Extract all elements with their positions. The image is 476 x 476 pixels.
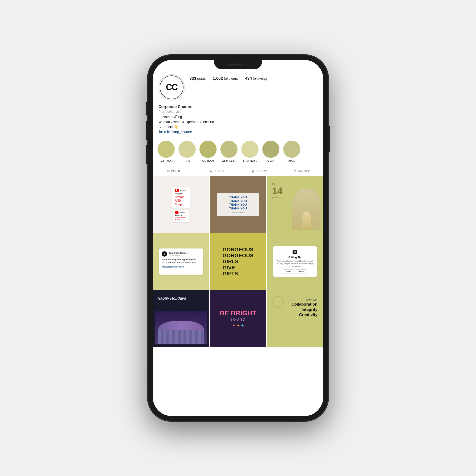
be-bright-line2: SOUND bbox=[220, 318, 256, 321]
collab-inclusion: Inclusion bbox=[291, 298, 318, 302]
power-button bbox=[328, 126, 330, 152]
highlight-item[interactable]: WHM Quo... bbox=[221, 141, 238, 162]
gifting-body: Think about the top 5 variables of a pro… bbox=[276, 260, 314, 268]
grid-post-2[interactable]: THANK YOUTHANK YOUTHANK YOUTHANK YOU USE… bbox=[210, 176, 266, 233]
bio-link[interactable]: linkin.bio/corp_couture bbox=[158, 130, 192, 134]
tab-tagged-label: TAGGED bbox=[298, 170, 310, 173]
posts-stat: 333 posts bbox=[189, 76, 206, 81]
grid-post-9[interactable]: Inclusion Collaboration Integrity Creati… bbox=[267, 290, 323, 347]
collab-line3: Integrity bbox=[291, 307, 318, 312]
highlight-circle bbox=[178, 141, 196, 158]
grid-post-8[interactable]: BE BRIGHT SOUND bbox=[210, 290, 266, 347]
followers-stat[interactable]: 1,002 followers bbox=[213, 76, 238, 81]
highlight-label: BHM VEN... bbox=[243, 159, 257, 162]
post1-title: HolidayStreamAND Shop bbox=[175, 192, 187, 206]
speaker bbox=[227, 64, 243, 66]
grid-post-5[interactable]: GORGEOUS GORGEOUS GIRLS GIVE GIFTS. bbox=[210, 233, 266, 290]
bio-line1: Elevated Gifting. bbox=[158, 115, 183, 119]
cc-card-name: Corporate Couture bbox=[169, 252, 187, 254]
anniv-number: 14 bbox=[272, 186, 283, 196]
gifting-btn1[interactable]: Great! bbox=[283, 270, 293, 273]
gifting-logo: CC bbox=[276, 250, 314, 255]
collab-line2: Collaboration bbox=[291, 302, 318, 307]
gorgeous-line1: GORGEOUS bbox=[222, 247, 254, 253]
tagged-icon: ⊕ bbox=[293, 169, 296, 173]
be-bright-line1: BE BRIGHT bbox=[220, 310, 256, 317]
following-label: following bbox=[253, 76, 267, 81]
gifting-btn2[interactable]: Thanks! bbox=[295, 270, 307, 273]
usertesting-badge: USERTESTING bbox=[219, 212, 257, 214]
highlight-circle bbox=[262, 141, 279, 158]
volume-up-button bbox=[146, 121, 148, 140]
posts-icon: ⊞ bbox=[167, 169, 170, 173]
volume-down-button bbox=[146, 145, 148, 164]
avatar[interactable]: CC bbox=[158, 74, 185, 101]
bio-line3: Start here 👇 bbox=[158, 125, 178, 129]
tab-tagged[interactable]: ⊕ TAGGED bbox=[281, 166, 323, 176]
highlight-circle bbox=[157, 141, 175, 158]
content-tabs: ⊞ POSTS ▶ REELS ◉ VIDEOS ⊕ TAGGED bbox=[153, 166, 323, 176]
like-icon: ♡ bbox=[197, 268, 200, 272]
grid-post-1[interactable]: YouTube HolidayStreamAND Shop YouTube bbox=[153, 176, 209, 233]
highlight-label: TIPS bbox=[184, 159, 190, 162]
cc-card-header: C Corporate Couture @corp_couture bbox=[162, 251, 200, 256]
grid-post-6[interactable]: CC Gifting Tip Think about the top 5 var… bbox=[267, 233, 323, 290]
gorgeous-line4: GIVE bbox=[222, 265, 235, 271]
front-camera bbox=[246, 63, 249, 66]
highlight-label: CC TEAM bbox=[202, 159, 214, 162]
gifting-buttons: Great! Thanks! bbox=[276, 270, 314, 273]
phone-mockup: CC 333 posts 1,002 followers 434 bbox=[148, 55, 328, 421]
tab-reels-label: REELS bbox=[214, 170, 224, 173]
following-count: 434 bbox=[245, 76, 252, 81]
happy-holidays-text: Happy Holidays bbox=[157, 296, 186, 301]
grid-post-3[interactable]: for 14 years! bbox=[267, 176, 323, 233]
highlight-label: TESTIMO... bbox=[159, 159, 173, 162]
thankyou-box: THANK YOUTHANK YOUTHANK YOUTHANK YOU USE… bbox=[217, 193, 259, 216]
highlight-circle bbox=[241, 141, 258, 158]
youtube-label: YouTube bbox=[180, 189, 187, 191]
notch bbox=[214, 60, 262, 69]
reels-icon: ▶ bbox=[210, 169, 212, 173]
following-stat[interactable]: 434 following bbox=[245, 76, 267, 81]
bio-text: Elevated Gifting. Woman Owned & Operated… bbox=[158, 115, 318, 135]
grid-post-4[interactable]: C Corporate Couture @corp_couture We're … bbox=[153, 233, 209, 290]
tab-reels[interactable]: ▶ REELS bbox=[195, 166, 238, 176]
tab-posts[interactable]: ⊞ POSTS bbox=[153, 166, 195, 176]
highlight-label: TRAV... bbox=[288, 159, 296, 162]
highlight-item[interactable]: TESTIMO... bbox=[157, 141, 175, 162]
bio-section: Corporate Couture Product/service Elevat… bbox=[153, 103, 323, 137]
gifting-title: Gifting Tip bbox=[276, 256, 314, 259]
cc-card-footer: ♡ bbox=[162, 268, 200, 272]
highlight-label: WHM Quo... bbox=[222, 159, 236, 162]
profile-username: Corporate Couture bbox=[158, 105, 318, 109]
collab-line4: Creativity bbox=[291, 312, 318, 318]
highlights-row: TESTIMO... TIPS CC TEAM WHM Quo... BHM V… bbox=[153, 137, 323, 166]
highlight-item[interactable]: TRAV... bbox=[283, 141, 300, 162]
cc-card-handle: @corp_couture bbox=[169, 254, 187, 256]
tab-videos[interactable]: ◉ VIDEOS bbox=[238, 166, 281, 176]
cc-card: C Corporate Couture @corp_couture We're … bbox=[159, 249, 203, 274]
grid-post-7[interactable]: Happy Holidays bbox=[153, 290, 209, 347]
followers-count: 1,002 bbox=[213, 76, 223, 81]
posts-label: posts bbox=[197, 76, 206, 81]
videos-icon: ◉ bbox=[251, 169, 254, 173]
highlight-item[interactable]: BHM VEN... bbox=[241, 141, 258, 162]
followers-label: followers bbox=[224, 76, 238, 81]
cc-card-hashtag: #elevatedgifting #inspo bbox=[162, 266, 200, 268]
highlight-circle bbox=[283, 141, 300, 158]
mute-button bbox=[146, 102, 148, 116]
highlight-item[interactable]: Q & A bbox=[262, 141, 279, 162]
profile-category: Product/service bbox=[158, 110, 318, 114]
cc-mini-avatar: C bbox=[162, 251, 167, 256]
highlight-circle bbox=[221, 141, 238, 158]
stats-row: 333 posts 1,002 followers 434 following bbox=[189, 74, 318, 83]
bio-line2: Woman Owned & Operated Since '08 bbox=[158, 120, 214, 124]
thankyou-text: THANK YOUTHANK YOUTHANK YOUTHANK YOU bbox=[219, 196, 257, 210]
gifting-card: CC Gifting Tip Think about the top 5 var… bbox=[273, 246, 317, 277]
posts-count: 333 bbox=[189, 76, 196, 81]
avatar-initials: CC bbox=[160, 75, 184, 99]
highlight-label: Q & A bbox=[268, 159, 274, 162]
youtube-label2: YouTube bbox=[179, 212, 186, 213]
highlight-item[interactable]: TIPS bbox=[178, 141, 196, 162]
highlight-item[interactable]: CC TEAM bbox=[200, 141, 217, 162]
